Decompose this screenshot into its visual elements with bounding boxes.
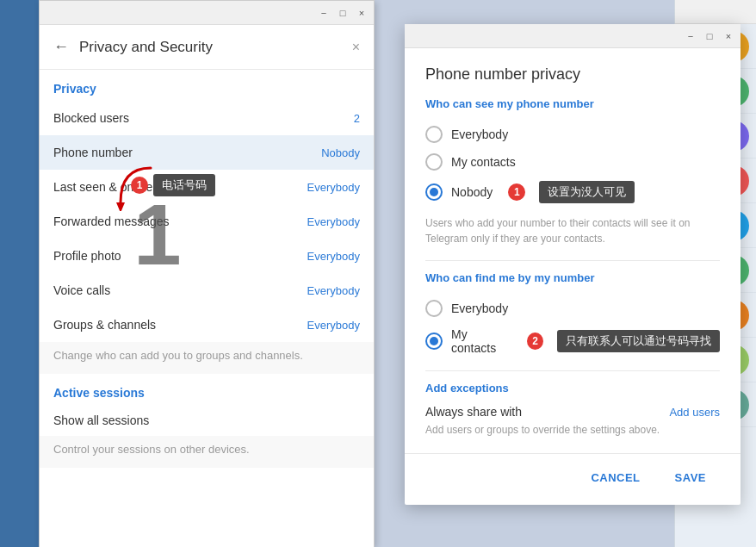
dialog-body: Phone number privacy Who can see my phon… [405, 48, 741, 453]
radio-mycontacts-see-label: My contacts [451, 155, 516, 169]
close-btn[interactable]: × [355, 6, 369, 20]
exceptions-note: Add users or groups to override the sett… [425, 424, 720, 436]
annotation-tooltip-nobody: 设置为没人可见 [539, 181, 635, 203]
minimize-btn[interactable]: − [317, 6, 331, 20]
section2-divider [425, 370, 720, 371]
privacy-security-window: − □ × ← Privacy and Security × Privacy B… [39, 0, 375, 547]
back-button[interactable]: ← [53, 38, 69, 56]
annotation-1-container: 1 电话号码 [131, 174, 215, 196]
add-exceptions-title: Add exceptions [425, 382, 720, 395]
svg-marker-0 [116, 202, 125, 211]
save-button[interactable]: SAVE [661, 464, 720, 491]
dialog-title: Phone number privacy [425, 65, 720, 84]
radio-mycontacts-see-outer [425, 153, 443, 171]
annotation-tooltip-1: 电话号码 [153, 174, 215, 196]
radio-everybody-see[interactable]: Everybody [425, 121, 720, 148]
radio-mycontacts-find[interactable]: My contacts 2 只有联系人可以通过号码寻找 [425, 322, 720, 360]
section1-note: Users who add your number to their conta… [425, 215, 720, 246]
sessions-note: Control your sessions on other devices. [40, 436, 374, 468]
section-divider [425, 260, 720, 261]
panel-header: ← Privacy and Security × [40, 25, 374, 70]
profile-photo-value: Everybody [307, 250, 360, 263]
radio-everybody-find-outer [425, 300, 443, 317]
radio-everybody-see-label: Everybody [451, 127, 508, 141]
radio-mycontacts-see[interactable]: My contacts [425, 148, 720, 176]
annotation-tooltip-mycontacts: 只有联系人可以通过号码寻找 [557, 330, 720, 352]
sidebar-strip [0, 0, 39, 547]
annotation-badge-mycontacts: 2 [527, 333, 543, 350]
voice-calls-value: Everybody [307, 284, 360, 297]
radio-mycontacts-find-outer [425, 333, 443, 350]
annotation-badge-nobody: 1 [508, 183, 525, 201]
left-titlebar: − □ × [40, 1, 374, 25]
dialog-maximize-btn[interactable]: □ [703, 29, 716, 43]
dialog-close-btn[interactable]: × [722, 29, 735, 43]
dialog-minimize-btn[interactable]: − [684, 29, 697, 43]
show-all-sessions-item[interactable]: Show all sessions [40, 405, 374, 436]
always-share-row: Always share with Add users [425, 405, 720, 419]
radio-everybody-find-label: Everybody [451, 301, 508, 315]
dialog-titlebar: − □ × [405, 24, 741, 48]
always-share-label: Always share with [425, 405, 522, 419]
dialog-footer: CANCEL SAVE [405, 453, 741, 505]
add-users-button[interactable]: Add users [669, 406, 720, 419]
groups-channels-label: Groups & channels [53, 318, 156, 332]
phone-number-value: Nobody [321, 146, 360, 159]
groups-channels-item[interactable]: Groups & channels Everybody [40, 308, 374, 342]
forwarded-messages-item[interactable]: Forwarded messages Everybody [40, 204, 374, 239]
phone-privacy-dialog: − □ × Phone number privacy Who can see m… [405, 24, 741, 505]
last-seen-value: Everybody [307, 181, 360, 194]
radio-nobody-see-label: Nobody [451, 185, 493, 199]
radio-nobody-see-outer [425, 183, 443, 201]
radio-nobody-see[interactable]: Nobody 1 设置为没人可见 [425, 176, 720, 208]
right-titlebar-bg [675, 0, 756, 24]
panel-close-button[interactable]: × [352, 40, 360, 55]
profile-photo-item[interactable]: Profile photo Everybody [40, 239, 374, 273]
radio-mycontacts-find-inner [430, 337, 438, 345]
section2-title: Who can find me by my number [425, 271, 720, 284]
groups-channels-value: Everybody [307, 319, 360, 332]
radio-everybody-see-outer [425, 126, 443, 143]
cancel-button[interactable]: CANCEL [577, 464, 654, 491]
blocked-users-label: Blocked users [53, 111, 129, 125]
panel-content: Privacy Blocked users 2 Phone number Nob… [40, 70, 374, 547]
section1-title: Who can see my phone number [425, 97, 720, 110]
radio-mycontacts-find-label: My contacts [451, 327, 511, 355]
phone-number-label: Phone number [53, 146, 133, 159]
blocked-users-value: 2 [354, 112, 360, 125]
maximize-btn[interactable]: □ [336, 6, 350, 20]
annotation-badge-1: 1 [131, 177, 148, 194]
groups-channels-note: Change who can add you to groups and cha… [40, 342, 374, 374]
blocked-users-item[interactable]: Blocked users 2 [40, 101, 374, 135]
privacy-section-title: Privacy [40, 70, 374, 101]
radio-everybody-find[interactable]: Everybody [425, 295, 720, 322]
active-sessions-title: Active sessions [40, 374, 374, 405]
forwarded-messages-value: Everybody [307, 215, 360, 228]
profile-photo-label: Profile photo [53, 249, 121, 263]
voice-calls-item[interactable]: Voice calls Everybody [40, 273, 374, 308]
radio-nobody-see-inner [430, 188, 438, 196]
panel-title: Privacy and Security [79, 39, 342, 56]
voice-calls-label: Voice calls [53, 283, 110, 297]
phone-number-item[interactable]: Phone number Nobody [40, 135, 374, 170]
